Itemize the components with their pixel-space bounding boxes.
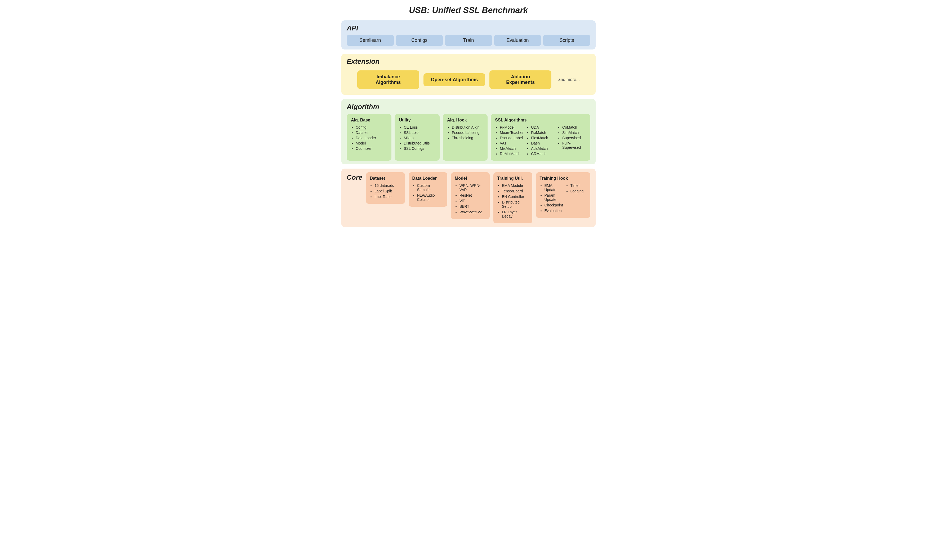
api-tab-semilearn[interactable]: Semilearn [347,35,394,46]
list-item: Pi-Model [500,125,524,129]
list-item: WRN, WRN-VAR [459,183,486,192]
ext-card-ablation[interactable]: Ablation Experiments [489,71,552,89]
core-dataset-card: Dataset 15 datasets Label Split Imb. Rat… [366,172,405,204]
list-item: BERT [459,204,486,209]
alg-base-card: Alg. Base Config Dataset Data Loader Mod… [347,114,391,161]
list-item: UDA [531,125,555,129]
extension-cards: Imbalance Algorithms Open-set Algorithms… [347,68,590,91]
core-traininghook-title: Training Hook [540,176,587,181]
core-dataloader-list: Custom Sampler NLP/Audio Collator [412,183,444,202]
list-item: Pseudo Labeling [452,131,483,135]
hook-list-1: EMA Update Param. Update Checkpoint Eval… [540,183,563,213]
extension-label: Extension [347,57,590,66]
list-item: ViT [459,199,486,203]
api-tabs: Semilearn Configs Train Evaluation Scrip… [347,35,590,46]
list-item: 15 datasets [374,183,401,188]
api-label: API [347,24,590,32]
list-item: FlexMatch [531,136,555,140]
list-item: TensorBoard [502,189,529,193]
list-item: LR Layer Decay [502,210,529,218]
list-item: Logging [570,189,587,193]
api-tab-scripts[interactable]: Scripts [543,35,590,46]
api-tab-evaluation[interactable]: Evaluation [494,35,541,46]
list-item: ReMixMatch [500,152,524,156]
core-dataloader-title: Data Loader [412,176,444,181]
list-item: FixMatch [531,131,555,135]
list-item: Fully-Supervised [562,141,586,149]
list-item: Supervised [562,136,586,140]
list-item: Timer [570,183,587,188]
list-item: Distributed Utils [404,141,435,145]
core-model-card: Model WRN, WRN-VAR ResNet ViT BERT Wave2… [451,172,490,219]
ext-card-openset[interactable]: Open-set Algorithms [424,73,485,86]
list-item: Distribution Align. [452,125,483,129]
list-item: SSL Configs [404,146,435,151]
ext-card-imbalance[interactable]: Imbalance Algorithms [357,71,419,89]
hook-col1: EMA Update Param. Update Checkpoint Eval… [540,183,563,214]
list-item: Distributed Setup [502,200,529,209]
api-section: API Semilearn Configs Train Evaluation S… [341,20,596,49]
ssl-col1: Pi-Model Mean-Teacher Pseudo-Label VAT M… [495,125,524,157]
ssl-list-2: UDA FixMatch FlexMatch Dash AdaMatch CRM… [526,125,555,156]
list-item: Mean-Teacher [500,131,524,135]
utility-title: Utility [399,118,435,123]
algorithm-label: Algorithm [347,103,590,111]
ext-more: and more... [558,77,580,82]
list-item: CoMatch [562,125,586,129]
list-item: CE Loss [404,125,435,129]
ssl-col3: CoMatch SimMatch Supervised Fully-Superv… [558,125,586,157]
list-item: Pseudo-Label [500,136,524,140]
list-item: Wave2vec-v2 [459,210,486,214]
list-item: MixMatch [500,146,524,151]
core-dataloader-card: Data Loader Custom Sampler NLP/Audio Col… [408,172,447,207]
list-item: ResNet [459,193,486,197]
list-item: Data Loader [356,136,387,140]
extension-section: Extension Imbalance Algorithms Open-set … [341,54,596,95]
algo-cards: Alg. Base Config Dataset Data Loader Mod… [347,114,590,161]
core-trainingutil-card: Training Util. EMA Module TensorBoard BN… [493,172,532,223]
alg-hook-title: Alg. Hook [447,118,483,123]
alg-base-list: Config Dataset Data Loader Model Optimiz… [351,125,387,151]
core-label: Core [347,173,362,182]
core-section: Core Dataset 15 datasets Label Split Imb… [341,169,596,227]
utility-list: CE Loss SSL Loss Mixup Distributed Utils… [399,125,435,151]
ssl-list-1: Pi-Model Mean-Teacher Pseudo-Label VAT M… [495,125,524,156]
list-item: EMA Update [544,183,563,192]
utility-card: Utility CE Loss SSL Loss Mixup Distribut… [395,114,439,161]
list-item: Thresholding [452,136,483,140]
list-item: Model [356,141,387,145]
api-tab-configs[interactable]: Configs [396,35,443,46]
alg-base-title: Alg. Base [351,118,387,123]
alg-hook-card: Alg. Hook Distribution Align. Pseudo Lab… [443,114,488,161]
core-traininghook-card: Training Hook EMA Update Param. Update C… [536,172,590,218]
core-trainingutil-title: Training Util. [497,176,529,181]
list-item: VAT [500,141,524,145]
ssl-cols: Pi-Model Mean-Teacher Pseudo-Label VAT M… [495,125,586,157]
hook-cols: EMA Update Param. Update Checkpoint Eval… [540,183,587,214]
list-item: Dataset [356,131,387,135]
page-title: USB: Unified SSL Benchmark [341,5,596,15]
list-item: Label Split [374,189,401,193]
list-item: Config [356,125,387,129]
ssl-title: SSL Algorithms [495,118,586,123]
list-item: Mixup [404,136,435,140]
list-item: CRMatch [531,152,555,156]
core-dataset-list: 15 datasets Label Split Imb. Ratio [370,183,401,199]
hook-col2: Timer Logging [566,183,587,214]
ssl-col2: UDA FixMatch FlexMatch Dash AdaMatch CRM… [526,125,555,157]
core-model-title: Model [455,176,486,181]
list-item: AdaMatch [531,146,555,151]
ssl-card: SSL Algorithms Pi-Model Mean-Teacher Pse… [491,114,590,161]
list-item: Imb. Ratio [374,194,401,199]
list-item: Optimizer [356,146,387,151]
alg-hook-list: Distribution Align. Pseudo Labeling Thre… [447,125,483,140]
list-item: Custom Sampler [417,183,444,192]
list-item: Dash [531,141,555,145]
list-item: BN Controller [502,194,529,199]
list-item: EMA Module [502,183,529,188]
core-trainingutil-list: EMA Module TensorBoard BN Controller Dis… [497,183,529,218]
list-item: Checkpoint [544,203,563,207]
api-tab-train[interactable]: Train [445,35,492,46]
list-item: NLP/Audio Collator [417,193,444,202]
ssl-list-3: CoMatch SimMatch Supervised Fully-Superv… [558,125,586,149]
